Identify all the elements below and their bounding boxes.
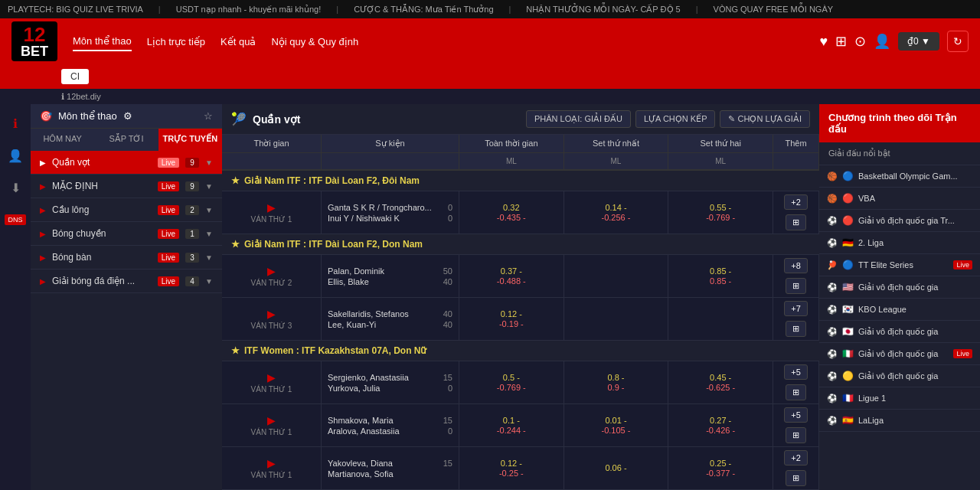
sport-item-2[interactable]: ▶ Cầu lông Live 2 ▼: [31, 198, 222, 222]
nav-results[interactable]: Kết quả: [220, 33, 256, 51]
ft-odds1[interactable]: 0.1 -: [503, 416, 520, 425]
ft-odds2[interactable]: -0.769 -: [497, 383, 526, 392]
add-more-button[interactable]: +5: [784, 407, 808, 423]
logo[interactable]: 12 BET: [11, 21, 57, 61]
ft-odds2[interactable]: -0.19 -: [499, 319, 524, 328]
grid-button[interactable]: ⊞: [786, 214, 806, 230]
dns-icon[interactable]: DNS: [4, 208, 27, 231]
tab-upcoming[interactable]: SẮP TỚI: [94, 129, 158, 151]
rs-live-badge: Live: [953, 349, 972, 358]
sport-item-0[interactable]: ▶ Quần vợt Live 9 ▼: [31, 151, 222, 175]
settings-icon[interactable]: ⚙: [123, 110, 132, 122]
play-button[interactable]: ▶: [267, 371, 276, 384]
grid-button[interactable]: ⊞: [786, 427, 806, 443]
match-row: ▶ VÁN THỨ 1 Sergienko, Anastasiia 15 Yur…: [222, 361, 819, 404]
rs-flag: 🇰🇷: [842, 304, 854, 315]
rs-item-9[interactable]: ⚽ 🟡 Giải vô địch quốc gia: [819, 365, 980, 387]
rs-item-8[interactable]: ⚽ 🇮🇹 Giải vô địch quốc gia Live: [819, 343, 980, 365]
rs-item-2[interactable]: ⚽ 🔴 Giải vô địch quốc gia Tr...: [819, 210, 980, 232]
set2-odds2[interactable]: 0.85 -: [710, 276, 731, 286]
ft-odds1[interactable]: 0.5 -: [503, 373, 520, 382]
grid-button[interactable]: ⊞: [786, 278, 806, 294]
add-more-button[interactable]: +2: [784, 194, 808, 210]
section-star[interactable]: ★: [231, 345, 240, 356]
set2-odds1[interactable]: 0.27 -: [710, 416, 731, 425]
add-more-button[interactable]: +2: [784, 450, 808, 466]
tab-today[interactable]: HÔM NAY: [31, 129, 94, 151]
grid-button[interactable]: ⊞: [786, 470, 806, 486]
add-more-button[interactable]: +7: [784, 301, 808, 316]
section-star[interactable]: ★: [231, 175, 240, 186]
filter-choose[interactable]: ✎ CHỌN LỰA GIẢI: [720, 110, 810, 128]
rs-item-1[interactable]: 🏀 🔴 VBA: [819, 188, 980, 210]
play-button[interactable]: ▶: [267, 414, 276, 426]
subnav-ci[interactable]: CI: [61, 69, 89, 84]
section-star[interactable]: ★: [231, 239, 240, 250]
play-button[interactable]: ▶: [267, 201, 276, 214]
rs-item-5[interactable]: ⚽ 🇺🇸 Giải vô địch quốc gia: [819, 276, 980, 299]
set2-odds1[interactable]: 0.85 -: [710, 266, 731, 276]
sport-item-5[interactable]: ▶ Giải bóng đá điện ... Live 4 ▼: [31, 270, 222, 293]
nav-sports[interactable]: Môn thể thao: [73, 32, 132, 51]
set2-odds1[interactable]: 0.25 -: [710, 459, 731, 468]
van-label: VÁN THỨ 1: [251, 428, 292, 436]
filter-tournament[interactable]: PHÂN LOẠI: GIẢI ĐẤU: [526, 110, 631, 128]
set2-odds1[interactable]: 0.55 -: [710, 203, 731, 212]
ft-odds2[interactable]: -0.435 -: [497, 213, 526, 222]
ft-odds2[interactable]: -0.25 -: [499, 469, 524, 478]
sport-item-3[interactable]: ▶ Bóng chuyền Live 1 ▼: [31, 222, 222, 246]
balance-button[interactable]: ₫0 ▼: [898, 32, 939, 51]
van-label: VÁN THỨ 3: [251, 322, 292, 330]
set1-odds2[interactable]: 0.9 -: [607, 383, 624, 392]
set1-odds1[interactable]: 0.06 -: [605, 463, 626, 472]
ft-odds1[interactable]: 0.37 -: [501, 266, 522, 276]
download-icon[interactable]: ⬇: [4, 176, 27, 199]
rs-league-name: Giải vô địch quốc gia: [858, 371, 972, 381]
grid-button[interactable]: ⊞: [786, 321, 806, 337]
refresh-button[interactable]: ↻: [947, 31, 969, 52]
set1-odds2[interactable]: -0.105 -: [602, 426, 631, 435]
tab-live[interactable]: TRỰC TUYẾN: [158, 129, 222, 151]
chevron-icon: ▼: [205, 277, 213, 286]
user-sidebar-icon[interactable]: 👤: [4, 144, 27, 167]
heart-icon[interactable]: ♥: [819, 34, 828, 50]
sport-live-badge: Live: [158, 253, 179, 263]
play-button[interactable]: ▶: [267, 308, 276, 320]
set2-odds2[interactable]: -0.769 -: [706, 213, 735, 222]
rs-item-11[interactable]: ⚽ 🇪🇸 LaLiga: [819, 410, 980, 432]
set1-odds1[interactable]: 0.14 -: [605, 203, 626, 212]
rs-item-7[interactable]: ⚽ 🇯🇵 Giải vô địch quốc gia: [819, 321, 980, 343]
sport-item-1[interactable]: ▶ MẶC ĐỊNH Live 9 ▼: [31, 175, 222, 198]
set2-odds1[interactable]: 0.45 -: [710, 373, 731, 382]
ft-odds1[interactable]: 0.32: [503, 203, 519, 212]
set2-odds2[interactable]: -0.625 -: [706, 383, 735, 392]
grid-button[interactable]: ⊞: [786, 384, 806, 400]
ft-odds1[interactable]: 0.12 -: [501, 309, 522, 318]
rs-item-4[interactable]: 🏓 🔵 TT Elite Series Live: [819, 254, 980, 276]
set1-odds2[interactable]: -0.256 -: [602, 213, 631, 222]
ft-odds1[interactable]: 0.12 -: [501, 459, 522, 468]
set1-odds1[interactable]: 0.8 -: [607, 373, 624, 382]
rs-item-6[interactable]: ⚽ 🇰🇷 KBO League: [819, 299, 980, 321]
clock-icon[interactable]: ⊙: [854, 33, 866, 50]
rs-item-0[interactable]: 🏀 🔵 Basketball Olympic Gam...: [819, 165, 980, 188]
sport-item-4[interactable]: ▶ Bóng bàn Live 3 ▼: [31, 246, 222, 270]
play-button[interactable]: ▶: [267, 265, 276, 277]
play-button[interactable]: ▶: [267, 457, 276, 469]
grid-icon[interactable]: ⊞: [835, 33, 847, 50]
nav-live[interactable]: Lịch trực tiếp: [147, 33, 205, 51]
user-icon[interactable]: 👤: [874, 33, 890, 50]
add-more-button[interactable]: +8: [784, 258, 808, 273]
filter-selection[interactable]: LỰA CHỌN KẾP: [635, 110, 715, 128]
ft-odds2[interactable]: -0.488 -: [497, 276, 526, 286]
info-icon[interactable]: ℹ: [4, 112, 27, 135]
add-more-button[interactable]: +5: [784, 364, 808, 380]
rs-item-3[interactable]: ⚽ 🇩🇪 2. Liga: [819, 232, 980, 254]
star-icon[interactable]: ☆: [204, 110, 213, 122]
rs-item-10[interactable]: ⚽ 🇫🇷 Ligue 1: [819, 387, 980, 410]
set1-odds1[interactable]: 0.01 -: [605, 416, 626, 425]
nav-rules[interactable]: Nội quy & Quy định: [271, 33, 358, 51]
ft-odds2[interactable]: -0.244 -: [497, 426, 526, 435]
set2-odds2[interactable]: -0.426 -: [706, 426, 735, 435]
set2-odds2[interactable]: -0.377 -: [706, 469, 735, 478]
